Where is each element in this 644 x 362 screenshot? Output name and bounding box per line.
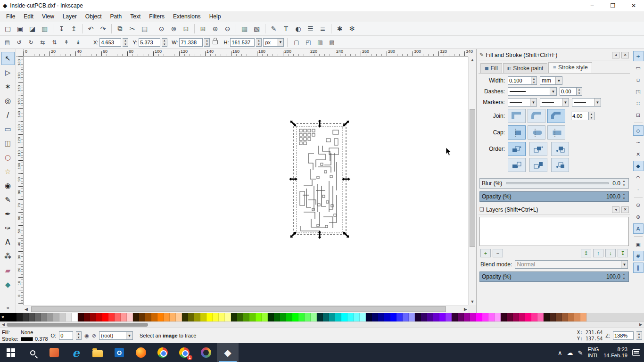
- move-patterns-toggle[interactable]: ▤: [2, 37, 13, 48]
- x-spinner[interactable]: ▲▼: [123, 38, 128, 47]
- pcb-drawing[interactable]: [289, 120, 352, 241]
- palette-swatch[interactable]: [421, 313, 427, 321]
- width-spinner[interactable]: ▲▼: [204, 38, 210, 47]
- palette-swatch[interactable]: [157, 313, 164, 321]
- palette-swatch[interactable]: [305, 313, 311, 321]
- new-document-button[interactable]: ▢: [2, 23, 14, 34]
- raise-to-top-button[interactable]: ↟: [61, 37, 72, 48]
- palette-swatch[interactable]: [206, 313, 213, 321]
- menu-extensions[interactable]: Extensions: [169, 12, 205, 21]
- taskbar-firefox[interactable]: [130, 343, 152, 362]
- taskbar-chrome-2[interactable]: 1: [173, 343, 195, 362]
- align-dialog-button[interactable]: ≡: [317, 23, 329, 34]
- taskbar-app-2[interactable]: [195, 343, 217, 362]
- palette-swatch[interactable]: [341, 313, 347, 321]
- snap-rotation-centers-toggle[interactable]: ⊕: [633, 212, 644, 222]
- fill-stroke-dialog-button[interactable]: ✎: [268, 23, 280, 34]
- palette-swatch[interactable]: [121, 313, 127, 321]
- document-properties-button[interactable]: ✱: [334, 23, 346, 34]
- scale-gradients-toggle[interactable]: ▥: [314, 37, 325, 48]
- lock-ratio-icon[interactable]: [213, 40, 218, 44]
- order-fill-markers-stroke-button[interactable]: [508, 158, 526, 172]
- panel-close-button[interactable]: ✕: [621, 52, 629, 58]
- zoom-tool[interactable]: ◎: [1, 94, 15, 107]
- opacity-spinner[interactable]: ▲▼: [621, 192, 627, 201]
- order-stroke-fill-markers-button[interactable]: [529, 142, 547, 156]
- palette-swatch[interactable]: [495, 313, 501, 321]
- palette-scrollbar-thumb[interactable]: [7, 323, 148, 327]
- cap-butt-button[interactable]: [508, 125, 526, 140]
- palette-swatch[interactable]: [513, 313, 519, 321]
- preferences-button[interactable]: ✻: [346, 23, 358, 34]
- palette-swatch[interactable]: [507, 313, 513, 321]
- cap-square-button[interactable]: [547, 125, 565, 140]
- spray-tool[interactable]: ⁂: [1, 250, 15, 263]
- palette-swatch[interactable]: [249, 313, 256, 321]
- palette-swatch[interactable]: [182, 313, 188, 321]
- zoom-input[interactable]: [613, 331, 634, 340]
- palette-swatch[interactable]: [298, 313, 305, 321]
- copy-button[interactable]: ⧉: [114, 23, 126, 34]
- ellipse-tool[interactable]: ○: [1, 151, 15, 164]
- palette-swatch[interactable]: [29, 313, 35, 321]
- palette-swatch[interactable]: [274, 313, 280, 321]
- palette-swatch[interactable]: [23, 313, 29, 321]
- selection-opacity-input[interactable]: [59, 331, 73, 340]
- miter-limit-input[interactable]: [571, 112, 589, 120]
- dash-pattern-dropdown[interactable]: ▼: [508, 87, 557, 96]
- palette-swatch[interactable]: [59, 313, 66, 321]
- palette-swatch[interactable]: [360, 313, 366, 321]
- palette-scroll-left-icon[interactable]: ◀: [0, 322, 7, 328]
- stroke-width-spinner[interactable]: ▲▼: [531, 76, 537, 85]
- palette-swatch[interactable]: [286, 313, 292, 321]
- tray-overflow-icon[interactable]: ∧: [558, 349, 562, 356]
- pencil-tool[interactable]: ✎: [1, 193, 15, 206]
- palette-swatch[interactable]: [452, 313, 458, 321]
- redo-button[interactable]: ↷: [97, 23, 109, 34]
- zoom-drawing-button[interactable]: ⊚: [168, 23, 180, 34]
- palette-swatch[interactable]: [292, 313, 298, 321]
- palette-swatch[interactable]: [390, 313, 396, 321]
- snap-bbox-midpoints-toggle[interactable]: ∷: [633, 98, 644, 108]
- join-bevel-button[interactable]: [547, 109, 565, 123]
- palette-swatch[interactable]: [127, 313, 133, 321]
- dash-offset-input[interactable]: [560, 87, 577, 96]
- palette-swatch[interactable]: [164, 313, 170, 321]
- maximize-button[interactable]: ❐: [603, 0, 623, 11]
- palette-swatch[interactable]: [409, 313, 415, 321]
- snap-nodes-toggle[interactable]: ◇: [633, 125, 644, 136]
- taskbar-file-explorer[interactable]: [87, 343, 108, 362]
- palette-swatch[interactable]: [427, 313, 433, 321]
- palette-swatch[interactable]: [384, 313, 390, 321]
- stroke-width-input[interactable]: [508, 76, 531, 85]
- menu-filters[interactable]: Filters: [145, 12, 169, 21]
- taskbar-inkscape[interactable]: ◆: [217, 343, 239, 362]
- palette-swatch[interactable]: [176, 313, 182, 321]
- palette-swatch[interactable]: [556, 313, 562, 321]
- layers-list[interactable]: [479, 217, 629, 246]
- palette-swatch[interactable]: [268, 313, 274, 321]
- menu-file[interactable]: File: [2, 12, 19, 21]
- palette-swatch[interactable]: [580, 313, 586, 321]
- snap-bbox-toggle[interactable]: ▭: [633, 63, 644, 73]
- horizontal-ruler[interactable]: 0204060801001201401601802002202402602803…: [24, 49, 468, 57]
- add-layer-button[interactable]: +: [480, 249, 491, 257]
- zoom-spinner[interactable]: ▲▼: [636, 331, 642, 340]
- canvas[interactable]: [24, 57, 468, 305]
- snap-guides-toggle[interactable]: ∥: [633, 263, 644, 273]
- palette-swatch[interactable]: [194, 313, 200, 321]
- close-button[interactable]: ✕: [623, 0, 644, 11]
- palette-scrollbar[interactable]: ◀ ▶: [0, 321, 644, 328]
- remove-layer-button[interactable]: −: [493, 249, 503, 257]
- save-button[interactable]: ◪: [26, 23, 38, 34]
- palette-swatch[interactable]: [329, 313, 335, 321]
- export-button[interactable]: ↥: [68, 23, 80, 34]
- palette-swatch[interactable]: [501, 313, 507, 321]
- minimize-button[interactable]: –: [582, 0, 603, 11]
- layer-lower-button[interactable]: ↓: [605, 249, 616, 257]
- taskbar-outlook[interactable]: O: [108, 343, 130, 362]
- palette-swatch[interactable]: [102, 313, 108, 321]
- palette-swatch[interactable]: [108, 313, 115, 321]
- lower-to-bottom-button[interactable]: ↡: [73, 37, 83, 48]
- x-input[interactable]: [99, 38, 121, 47]
